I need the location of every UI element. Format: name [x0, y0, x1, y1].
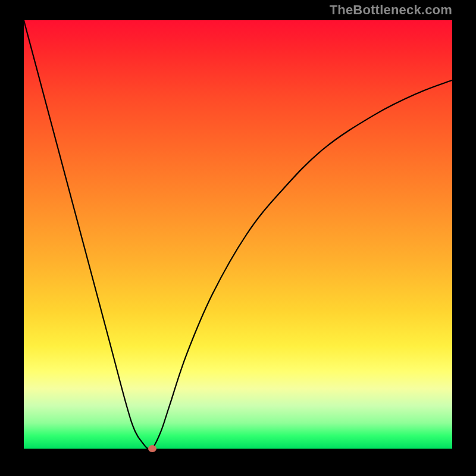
- plot-area: [24, 20, 452, 449]
- chart-frame: TheBottleneck.com: [0, 0, 476, 476]
- min-marker: [148, 445, 156, 452]
- bottleneck-curve: [24, 20, 452, 450]
- curve-svg: [24, 20, 452, 449]
- watermark-text: TheBottleneck.com: [330, 2, 452, 18]
